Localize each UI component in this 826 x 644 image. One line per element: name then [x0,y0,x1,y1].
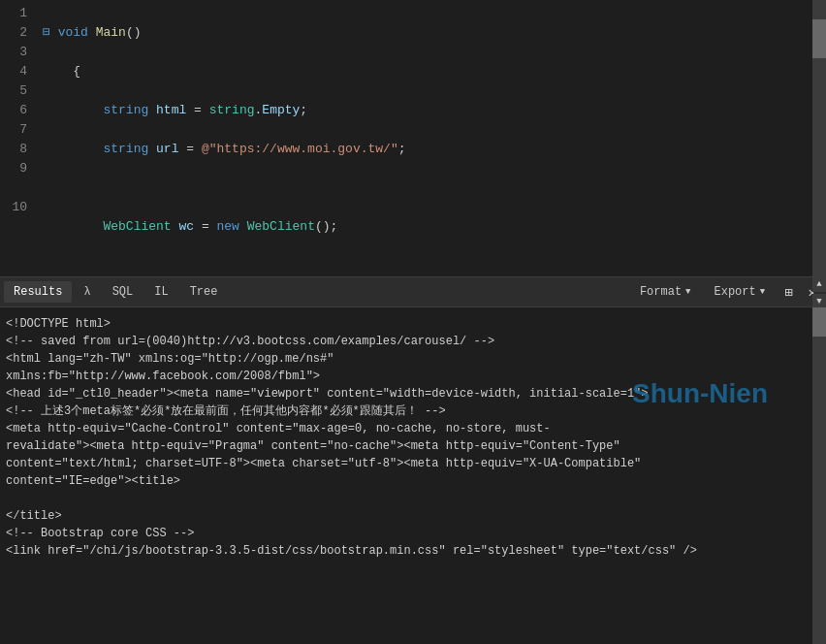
export-chevron-icon: ▼ [760,287,765,297]
line-numbers: 1 2 3 4 5 6 7 8 9 10 [0,0,35,276]
code-editor: 1 2 3 4 5 6 7 8 9 10 ⊟ void Main() { str… [0,0,826,276]
output-text: <!DOCTYPE html> <!-- saved from url=(004… [6,315,820,560]
scroll-up-arrow[interactable]: ▲ [812,276,826,292]
tab-sql[interactable]: SQL [103,281,143,303]
code-content: ⊟ void Main() { string html = string.Emp… [35,0,826,276]
export-button[interactable]: Export ▼ [705,282,776,302]
output-scrollbar[interactable] [812,307,826,644]
tab-il[interactable]: IL [144,281,177,303]
format-button[interactable]: Format ▼ [630,282,701,302]
tab-results[interactable]: Results [4,281,72,303]
toolbar-tabs: Results λ SQL IL Tree [4,281,630,303]
scroll-arrows: ▲ ▼ [812,276,826,309]
export-label: Export [715,285,756,299]
grid-button[interactable]: ⊞ [778,281,798,304]
format-label: Format [640,285,682,299]
format-chevron-icon: ▼ [685,287,690,297]
tab-tree[interactable]: Tree [180,281,228,303]
output-panel: Shun-Nien <!DOCTYPE html> <!-- saved fro… [0,307,826,644]
code-scrollbar[interactable] [812,0,826,276]
toolbar-actions: Format ▼ Export ▼ ⊞ ✕ [630,281,822,304]
tab-lambda[interactable]: λ [74,281,100,303]
watermark: Shun-Nien [632,385,768,402]
toolbar: Results λ SQL IL Tree Format ▼ Export ▼ … [0,276,826,307]
